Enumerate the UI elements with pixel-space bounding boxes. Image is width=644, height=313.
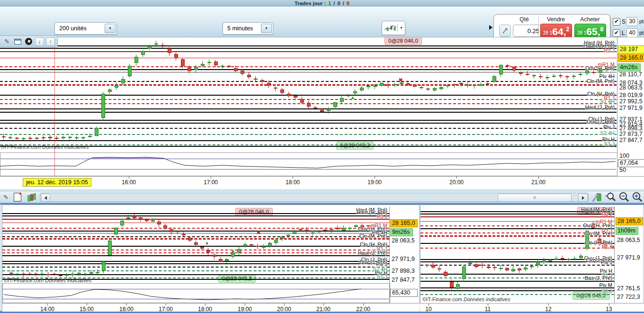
bottom-right-chart-panel bbox=[420, 205, 644, 311]
main-chart-panel bbox=[0, 37, 644, 189]
report-icon[interactable] bbox=[12, 192, 22, 202]
chart-style-button[interactable]: ▼ bbox=[382, 21, 405, 35]
zoom-out-icon[interactable] bbox=[618, 192, 630, 203]
trades-won-count: 1 bbox=[328, 0, 331, 6]
collapse-panel-icon[interactable] bbox=[489, 25, 492, 30]
chart-bottom-toolbar: ✎ ≡ bbox=[0, 191, 644, 203]
stop-points-row: ✔ S 30 pts bbox=[613, 17, 644, 27]
report-sheet-icon bbox=[14, 193, 21, 202]
triangle-left-icon bbox=[45, 196, 47, 200]
top-toolbar: 200 unités ▼ 5 minutes ▼ ▼ Qté Vendre Ac… bbox=[0, 7, 644, 37]
buy-price-main: 65, bbox=[586, 26, 600, 37]
units-dropdown[interactable]: 200 unités ▼ bbox=[54, 22, 117, 35]
buy-price-prefix: 28 1 bbox=[577, 30, 586, 36]
qty-label: Qté bbox=[519, 16, 528, 23]
window-icon bbox=[14, 39, 21, 45]
trades-day-label: Trades jour : bbox=[295, 0, 326, 6]
chart-mini-toolbar: ✎ ✖ ↓ ↑ bbox=[0, 36, 58, 47]
title-bar: Trades jour : 1 / 0 / 0 bbox=[0, 0, 644, 7]
bottom-left-chart-panel bbox=[2, 205, 420, 311]
buy-arrow-icon[interactable]: ↑ bbox=[46, 37, 55, 46]
stop-checkbox[interactable]: ✔ bbox=[613, 18, 620, 26]
limit-letter: L bbox=[622, 30, 625, 36]
divider bbox=[538, 17, 539, 39]
limit-points-unit: pts bbox=[639, 30, 644, 36]
chart-style-icon bbox=[384, 23, 397, 33]
new-window-icon[interactable] bbox=[13, 37, 22, 46]
scrollbar-thumb[interactable]: ≡ bbox=[498, 194, 572, 202]
horizontal-scrollbar[interactable]: ≡ bbox=[40, 193, 589, 202]
limit-points-input[interactable]: 40 bbox=[626, 28, 638, 37]
close-x-icon: ✖ bbox=[25, 38, 32, 45]
candlestick-pattern-icon[interactable] bbox=[27, 192, 36, 202]
stop-letter: S bbox=[622, 18, 626, 25]
sell-price-prefix: 28 1 bbox=[543, 30, 552, 36]
order-label[interactable]: 0@28 046,0 bbox=[577, 207, 615, 215]
divider-strip bbox=[0, 203, 644, 205]
units-dropdown-value: 200 unités bbox=[59, 25, 87, 32]
order-label[interactable]: 0@28 045,2 bbox=[572, 292, 610, 300]
sell-label: Vendre bbox=[547, 16, 565, 23]
trades-flat-count: 0 bbox=[337, 0, 340, 6]
candles-glyph-icon bbox=[30, 194, 33, 201]
scroll-right-button[interactable] bbox=[578, 194, 588, 202]
sell-arrow-icon[interactable]: ↓ bbox=[35, 37, 44, 46]
arrow-up-icon: ↑ bbox=[49, 39, 52, 45]
buy-label: Acheter bbox=[580, 16, 599, 23]
draw-pen-icon[interactable]: ✎ bbox=[2, 37, 11, 46]
order-settings-button[interactable] bbox=[499, 25, 511, 37]
chevron-down-icon[interactable]: ▼ bbox=[261, 24, 272, 33]
timeframe-dropdown-value: 5 minutes bbox=[227, 25, 253, 32]
pen-glyph: ✎ bbox=[3, 194, 9, 201]
close-icon[interactable]: ✖ bbox=[24, 37, 33, 46]
separator: / bbox=[333, 0, 335, 6]
axis-divider bbox=[614, 206, 615, 303]
stop-points-input[interactable]: 30 bbox=[626, 17, 638, 26]
triangle-right-icon bbox=[582, 196, 584, 200]
zoom-in-icon[interactable] bbox=[632, 192, 643, 203]
scroll-left-button[interactable] bbox=[41, 194, 50, 202]
axis-divider bbox=[389, 206, 390, 303]
trades-lost-count: 0 bbox=[347, 0, 349, 6]
chevron-down-icon[interactable]: ▼ bbox=[397, 24, 403, 32]
order-label[interactable]: 0@28 046,0 bbox=[235, 208, 273, 216]
arrow-down-icon: ↓ bbox=[38, 39, 41, 45]
trading-platform: Trades jour : 1 / 0 / 0 200 unités ▼ 5 m… bbox=[0, 0, 644, 313]
chart-settings-wrench-icon[interactable] bbox=[591, 192, 602, 203]
order-label[interactable]: 0@28 045,2 bbox=[218, 275, 256, 283]
order-label[interactable]: 0@28 046,0 bbox=[385, 37, 422, 45]
zoom-fit-icon[interactable] bbox=[605, 192, 617, 203]
timeframe-dropdown[interactable]: 5 minutes ▼ bbox=[223, 22, 273, 35]
divider-strip bbox=[0, 311, 644, 313]
sell-price-decimal: 2 bbox=[566, 26, 569, 33]
grip-icon: ≡ bbox=[533, 195, 536, 200]
limit-checkbox[interactable]: ✔ bbox=[613, 29, 620, 37]
wrench-icon bbox=[501, 27, 509, 34]
qty-input[interactable] bbox=[513, 25, 542, 37]
buy-price-decimal: 8 bbox=[600, 26, 603, 33]
chevron-down-icon[interactable]: ▼ bbox=[105, 24, 116, 33]
axis-divider bbox=[617, 37, 617, 176]
cursor-pen-icon[interactable]: ✎ bbox=[1, 192, 11, 202]
separator: / bbox=[343, 0, 344, 6]
order-label[interactable]: 0@28 045,2 bbox=[336, 142, 374, 150]
sell-price-main: 64, bbox=[552, 26, 566, 37]
stop-points-unit: pts bbox=[639, 18, 644, 24]
